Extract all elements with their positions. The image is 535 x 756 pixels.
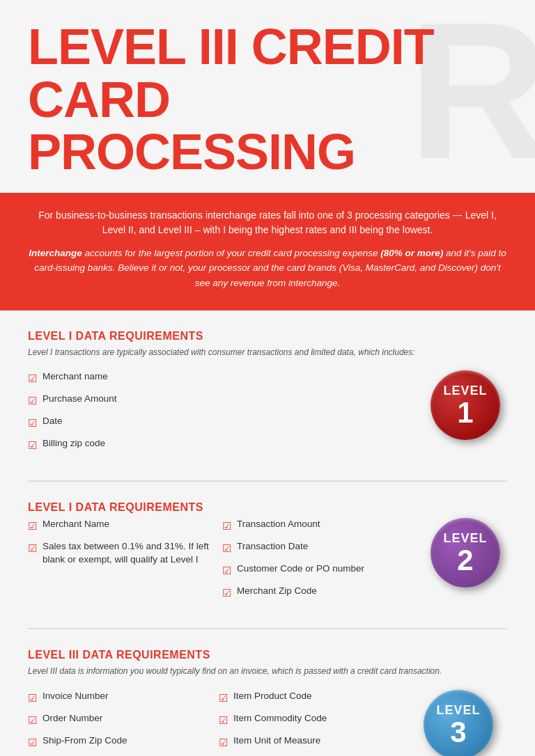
- level1-checklist: ☑ Merchant name ☑ Purchase Amount ☑ Date…: [28, 370, 417, 459]
- badge-number: 1: [457, 398, 473, 427]
- list-item: ☑ Item Unit of Measure: [219, 734, 410, 750]
- banner-intro: For business-to-business transactions in…: [28, 208, 507, 237]
- level3-right-col: Level 3 R Revolution PAYMENTS: [410, 690, 507, 756]
- list-item: ☑ Billing zip code: [28, 437, 417, 452]
- check-icon: ☑: [28, 735, 37, 750]
- check-icon: ☑: [28, 416, 37, 430]
- check-icon: ☑: [28, 691, 37, 705]
- level2-badge: Level 2: [431, 518, 500, 588]
- level2-section: LEVEL I DATA REQUIREMENTS ☑ Merchant Nam…: [0, 482, 535, 628]
- list-item: ☑ Item Commodity Code: [219, 712, 410, 727]
- level2-badge-container: Level 2: [424, 518, 507, 588]
- header-section: R LEVEL III CREDIT CARD PROCESSING: [0, 0, 535, 193]
- level3-subtitle: Level III data is information you would …: [28, 666, 507, 677]
- check-icon: ☑: [28, 519, 37, 533]
- level1-title: LEVEL I DATA REQUIREMENTS: [28, 330, 507, 342]
- level2-columns: ☑ Merchant Name ☑ Sales tax between 0.1%…: [28, 518, 417, 607]
- level1-badge: Level 1: [431, 370, 500, 440]
- level2-col-left: ☑ Merchant Name ☑ Sales tax between 0.1%…: [28, 518, 222, 607]
- badge-number: 3: [450, 718, 466, 747]
- level1-badge-container: Level 1: [424, 370, 507, 440]
- level1-section: LEVEL I DATA REQUIREMENTS Level I transa…: [0, 310, 535, 481]
- info-banner: For business-to-business transactions in…: [0, 193, 535, 310]
- list-item: ☑ Customer Code or PO number: [222, 562, 417, 578]
- level3-content: ☑ Invoice Number ☑ Order Number ☑ Ship-F…: [28, 690, 507, 756]
- level3-section: LEVEL III DATA REQUIREMENTS Level III da…: [0, 629, 535, 756]
- list-item: ☑ Purchase Amount: [28, 393, 417, 408]
- level2-col-right: ☑ Transaction Amount ☑ Transaction Date …: [222, 518, 417, 607]
- level3-col-left: ☑ Invoice Number ☑ Order Number ☑ Ship-F…: [28, 690, 219, 756]
- level2-checklist: ☑ Merchant Name ☑ Sales tax between 0.1%…: [28, 518, 417, 607]
- level2-content: ☑ Merchant Name ☑ Sales tax between 0.1%…: [28, 518, 507, 607]
- level1-content: ☑ Merchant name ☑ Purchase Amount ☑ Date…: [28, 370, 507, 459]
- list-item: ☑ Merchant name: [28, 370, 417, 386]
- level3-badge: Level 3: [424, 690, 493, 756]
- list-item: ☑ Date: [28, 415, 417, 430]
- check-icon: ☑: [222, 585, 231, 600]
- level3-col-right: ☑ Item Product Code ☑ Item Commodity Cod…: [219, 690, 410, 756]
- list-item: ☑ Order Number: [28, 712, 219, 727]
- list-item: ☑ Merchant Name: [28, 518, 222, 533]
- level3-checklist: ☑ Invoice Number ☑ Order Number ☑ Ship-F…: [28, 690, 410, 756]
- badge-number: 2: [457, 546, 473, 575]
- check-icon: ☑: [222, 541, 231, 556]
- list-item: ☑ Transaction Date: [222, 540, 417, 556]
- check-icon: ☑: [28, 713, 37, 727]
- check-icon: ☑: [219, 713, 228, 727]
- check-icon: ☑: [28, 371, 37, 386]
- check-icon: ☑: [219, 735, 228, 750]
- level1-subtitle: Level I transactions are typically assoc…: [28, 347, 507, 359]
- check-icon: ☑: [222, 563, 231, 578]
- check-icon: ☑: [219, 691, 228, 705]
- level3-title: LEVEL III DATA REQUIREMENTS: [28, 649, 507, 661]
- check-icon: ☑: [28, 438, 37, 452]
- list-item: ☑ Ship-From Zip Code: [28, 734, 219, 750]
- list-item: ☑ Invoice Number: [28, 690, 219, 705]
- list-item: ☑ Merchant Zip Code: [222, 585, 417, 600]
- level3-columns: ☑ Invoice Number ☑ Order Number ☑ Ship-F…: [28, 690, 410, 756]
- check-icon: ☑: [28, 541, 37, 556]
- banner-interchange: Interchange accounts for the largest por…: [28, 246, 507, 291]
- level2-title: LEVEL I DATA REQUIREMENTS: [28, 501, 507, 514]
- list-item: ☑ Sales tax between 0.1% and 31%. If lef…: [28, 540, 222, 567]
- check-icon: ☑: [28, 393, 37, 408]
- list-item: ☑ Item Product Code: [219, 690, 410, 705]
- page-title: LEVEL III CREDIT CARD PROCESSING: [28, 21, 507, 179]
- check-icon: ☑: [222, 519, 231, 533]
- list-item: ☑ Transaction Amount: [222, 518, 417, 533]
